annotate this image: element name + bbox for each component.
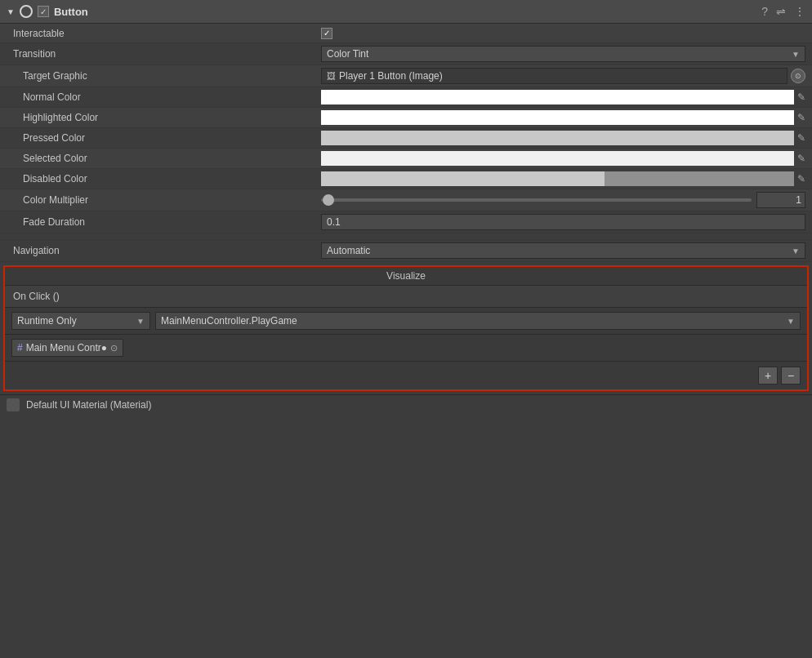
component-circle-icon [20, 5, 33, 18]
pressed-color-swatch[interactable] [321, 131, 794, 145]
disabled-color-row: Disabled Color ✎ [0, 169, 812, 189]
selected-color-row: Selected Color ✎ [0, 149, 812, 169]
disabled-color-swatch[interactable] [321, 171, 794, 186]
target-graphic-field[interactable]: 🖼 Player 1 Button (Image) [321, 68, 787, 84]
selected-color-label: Selected Color [7, 153, 321, 164]
slider-track [321, 198, 752, 202]
more-icon[interactable]: ⋮ [794, 5, 805, 18]
color-multiplier-label: Color Multiplier [7, 194, 321, 206]
pressed-color-pipette-icon[interactable]: ✎ [797, 132, 805, 144]
disabled-color-label: Disabled Color [7, 173, 321, 185]
fade-duration-input[interactable] [321, 214, 805, 230]
navigation-dropdown-arrow-icon: ▼ [792, 247, 800, 256]
pressed-color-label: Pressed Color [7, 132, 321, 144]
add-listener-button[interactable]: + [758, 367, 778, 385]
color-multiplier-value: 1 [321, 192, 805, 208]
interactable-checkbox[interactable]: ✓ [321, 28, 332, 39]
pressed-color-value: ✎ [321, 131, 805, 145]
onclick-runtime-row: Runtime Only ▼ MainMenuController.PlayGa… [5, 308, 807, 335]
object-field-box[interactable]: # Main Menu Contr● ⊙ [11, 339, 123, 357]
transition-dropdown-arrow-icon: ▼ [792, 50, 800, 59]
highlighted-color-row: Highlighted Color ✎ [0, 108, 812, 128]
navigation-dropdown[interactable]: Automatic ▼ [321, 242, 805, 259]
slider-thumb [323, 194, 334, 206]
pressed-color-row: Pressed Color ✎ [0, 128, 812, 149]
fade-duration-row: Fade Duration [0, 211, 812, 233]
header-icons: ? ⇌ ⋮ [761, 5, 805, 18]
highlighted-color-swatch[interactable] [321, 110, 794, 125]
color-multiplier-slider[interactable]: 1 [321, 192, 805, 208]
script-icon: # [17, 342, 23, 353]
default-material-label: Default UI Material (Material) [26, 399, 151, 411]
selected-color-swatch[interactable] [321, 151, 794, 166]
transition-dropdown[interactable]: Color Tint ▼ [321, 46, 805, 62]
material-icon [7, 398, 20, 411]
target-graphic-picker-button[interactable]: ⊙ [791, 69, 805, 83]
selected-color-pipette-icon[interactable]: ✎ [797, 153, 805, 164]
disabled-color-value: ✎ [321, 171, 805, 186]
fade-duration-value [321, 214, 805, 230]
interactable-value: ✓ [321, 28, 805, 39]
transition-label: Transition [7, 48, 321, 60]
target-graphic-label: Target Graphic [7, 70, 321, 82]
target-graphic-value: 🖼 Player 1 Button (Image) ⊙ [321, 68, 805, 84]
selected-color-value: ✎ [321, 151, 805, 166]
normal-color-swatch[interactable] [321, 90, 794, 104]
onclick-section: Visualize On Click () Runtime Only ▼ Mai… [3, 265, 809, 391]
transition-row: Transition Color Tint ▼ [0, 43, 812, 65]
interactable-row: Interactable ✓ [0, 24, 812, 43]
visualize-bar: Visualize [5, 267, 807, 286]
component-enabled-checkbox[interactable]: ✓ [38, 6, 49, 17]
color-multiplier-row: Color Multiplier 1 [0, 189, 812, 211]
target-graphic-row: Target Graphic 🖼 Player 1 Button (Image)… [0, 65, 812, 87]
remove-listener-button[interactable]: − [781, 367, 801, 385]
highlighted-color-pipette-icon[interactable]: ✎ [797, 112, 805, 123]
fade-duration-label: Fade Duration [7, 216, 321, 228]
disabled-color-pipette-icon[interactable]: ✎ [797, 173, 805, 185]
navigation-label: Navigation [7, 245, 321, 256]
highlighted-color-value: ✎ [321, 110, 805, 125]
inspector-panel: ▼ ✓ Button ? ⇌ ⋮ Interactable ✓ Transiti… [0, 0, 812, 415]
transition-value: Color Tint ▼ [321, 46, 805, 62]
onclick-footer: + − [5, 362, 807, 389]
highlighted-color-label: Highlighted Color [7, 112, 321, 123]
normal-color-value: ✎ [321, 90, 805, 104]
collapse-arrow-icon[interactable]: ▼ [7, 7, 15, 16]
spacer [0, 233, 812, 240]
slider-value-display: 1 [756, 192, 805, 208]
normal-color-pipette-icon[interactable]: ✎ [797, 91, 805, 103]
help-icon[interactable]: ? [761, 5, 768, 18]
onclick-header: On Click () [5, 286, 807, 308]
normal-color-label: Normal Color [7, 91, 321, 103]
object-picker-icon[interactable]: ⊙ [110, 343, 118, 353]
interactable-label: Interactable [7, 28, 321, 39]
navigation-row: Navigation Automatic ▼ [0, 240, 812, 262]
method-dropdown-arrow-icon: ▼ [787, 317, 795, 326]
component-header: ▼ ✓ Button ? ⇌ ⋮ [0, 0, 812, 24]
method-dropdown[interactable]: MainMenuController.PlayGame ▼ [155, 312, 801, 330]
onclick-object-row: # Main Menu Contr● ⊙ [5, 335, 807, 362]
runtime-dropdown-arrow-icon: ▼ [136, 317, 145, 326]
presets-icon[interactable]: ⇌ [776, 5, 786, 18]
component-title: Button [54, 6, 756, 18]
navigation-value: Automatic ▼ [321, 242, 805, 259]
runtime-only-dropdown[interactable]: Runtime Only ▼ [11, 312, 150, 330]
normal-color-row: Normal Color ✎ [0, 87, 812, 108]
image-icon: 🖼 [327, 71, 336, 81]
bottom-row: Default UI Material (Material) [0, 394, 812, 415]
